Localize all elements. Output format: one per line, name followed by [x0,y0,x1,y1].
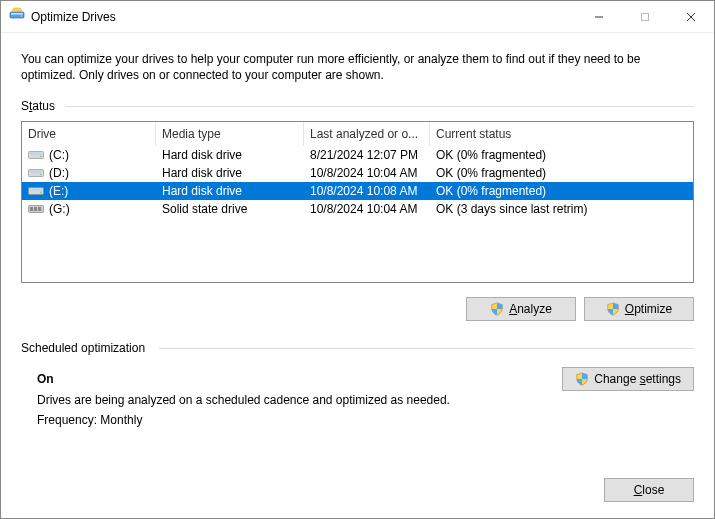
close-button[interactable]: Close [604,478,694,502]
listview-header[interactable]: Drive Media type Last analyzed or o... C… [22,122,693,146]
svg-rect-17 [30,207,33,211]
titlebar[interactable]: Optimize Drives [1,1,714,33]
shield-icon [606,302,620,316]
last-analyzed: 10/8/2024 10:04 AM [304,202,430,216]
drives-listview[interactable]: Drive Media type Last analyzed or o... C… [21,121,694,283]
drive-icon [28,203,44,215]
svg-point-9 [40,156,42,158]
svg-rect-19 [38,207,41,211]
shield-icon [490,302,504,316]
media-type: Hard disk drive [156,184,304,198]
svg-rect-4 [642,13,649,20]
schedule-desc: Drives are being analyzed on a scheduled… [37,390,694,410]
col-header-status[interactable]: Current status [430,122,693,146]
media-type: Hard disk drive [156,148,304,162]
optimize-drives-window: Optimize Drives You can optimize your dr… [0,0,715,519]
analyze-label: nalyze [517,302,552,316]
col-header-last[interactable]: Last analyzed or o... [304,122,430,146]
col-header-drive[interactable]: Drive [22,122,156,146]
svg-rect-8 [30,153,43,155]
svg-rect-11 [30,171,43,173]
drive-name: (E:) [49,184,68,198]
table-row[interactable]: (D:)Hard disk drive10/8/2024 10:04 AMOK … [22,164,693,182]
last-analyzed: 10/8/2024 10:04 AM [304,166,430,180]
schedule-section: On Drives are being analyzed on a schedu… [21,363,694,430]
svg-point-15 [40,192,42,194]
last-analyzed: 10/8/2024 10:08 AM [304,184,430,198]
drive-name: (D:) [49,166,69,180]
schedule-group-label: Scheduled optimization [21,341,694,355]
intro-text: You can optimize your drives to help you… [21,51,694,83]
maximize-button[interactable] [622,1,668,32]
close-window-button[interactable] [668,1,714,32]
drive-icon [28,149,44,161]
drive-name: (G:) [49,202,70,216]
shield-icon [575,372,589,386]
optimize-button[interactable]: Optimize [584,297,694,321]
app-icon [9,7,25,26]
svg-rect-18 [34,207,37,211]
svg-point-12 [40,174,42,176]
media-type: Solid state drive [156,202,304,216]
col-header-media[interactable]: Media type [156,122,304,146]
window-title: Optimize Drives [31,10,576,24]
drive-icon [28,185,44,197]
drive-name: (C:) [49,148,69,162]
minimize-button[interactable] [576,1,622,32]
media-type: Hard disk drive [156,166,304,180]
analyze-button[interactable]: Analyze [466,297,576,321]
table-row[interactable]: (G:)Solid state drive10/8/2024 10:04 AMO… [22,200,693,218]
optimize-label: ptimize [634,302,672,316]
close-label: lose [642,483,664,497]
change-settings-button[interactable]: Change settings [562,367,694,391]
status-group-label: Status [21,99,694,113]
current-status: OK (0% fragmented) [430,184,693,198]
svg-rect-0 [10,12,24,18]
current-status: OK (0% fragmented) [430,166,693,180]
current-status: OK (0% fragmented) [430,148,693,162]
current-status: OK (3 days since last retrim) [430,202,693,216]
drive-icon [28,167,44,179]
svg-point-2 [21,15,23,17]
svg-rect-1 [11,13,23,15]
svg-rect-14 [30,189,43,191]
table-row[interactable]: (E:)Hard disk drive10/8/2024 10:08 AMOK … [22,182,693,200]
last-analyzed: 8/21/2024 12:07 PM [304,148,430,162]
schedule-frequency: Frequency: Monthly [37,410,694,430]
table-row[interactable]: (C:)Hard disk drive8/21/2024 12:07 PMOK … [22,146,693,164]
